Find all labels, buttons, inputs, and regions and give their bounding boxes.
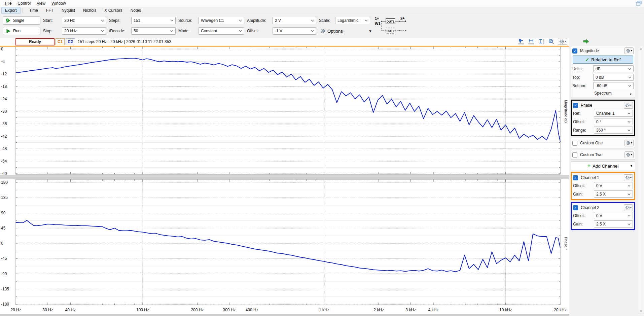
bottom-label: Bottom: — [572, 83, 593, 88]
range-select[interactable]: 360 ° — [594, 127, 633, 134]
panel-scrollbar[interactable]: ▲ ▼ — [638, 46, 644, 314]
units-label: Units: — [572, 67, 593, 71]
units-value: dB — [596, 67, 601, 71]
tab-export[interactable]: Export — [1, 7, 21, 14]
menu-view[interactable]: View — [34, 0, 48, 6]
channel2-badge[interactable]: C2 — [66, 38, 75, 45]
menu-window[interactable]: Window — [48, 0, 69, 6]
zoom-tool-icon[interactable] — [548, 38, 554, 44]
chevron-down-icon — [101, 30, 104, 32]
channel2-offset-select[interactable]: 0 V — [594, 212, 633, 219]
tab-notes[interactable]: Notes — [127, 7, 145, 14]
caret-down-icon: ▾ — [631, 164, 632, 168]
svg-text:-42: -42 — [1, 134, 7, 139]
tab-nyquist[interactable]: Nyquist — [58, 7, 79, 14]
channel2-settings-button[interactable]: ▾ — [624, 204, 633, 211]
amplitude-select[interactable]: 2 V — [273, 17, 316, 24]
svg-text:200 Hz: 200 Hz — [191, 308, 204, 312]
tab-fft[interactable]: FFT — [42, 7, 57, 14]
units-select[interactable]: dB — [593, 65, 634, 72]
frequency-axis: 20 Hz30 Hz40 Hz100 Hz200 Hz300 Hz400 Hz1… — [0, 306, 569, 314]
menu-control[interactable]: Control — [14, 0, 34, 6]
custom-two-settings-button[interactable]: ▾ — [624, 151, 634, 158]
bottom-select[interactable]: -60 dB — [593, 82, 634, 89]
plot-settings-button[interactable]: ▾ — [558, 38, 567, 45]
top-select[interactable]: 0 dB — [593, 74, 634, 81]
phase-offset-select[interactable]: 0 ° — [594, 118, 633, 125]
y-cursors-tool-icon[interactable] — [538, 38, 545, 44]
add-channel-button[interactable]: + Add Channel ▾ — [571, 162, 635, 170]
stop-select[interactable]: 20 kHz — [62, 27, 106, 35]
plot-splitter[interactable] — [0, 175, 569, 179]
svg-text:4 kHz: 4 kHz — [428, 308, 439, 312]
single-button-label: Single — [13, 18, 24, 23]
options-button[interactable]: Options ▾ — [319, 27, 373, 35]
ref-select[interactable]: Channel 1 — [594, 110, 633, 117]
pointer-tool-icon[interactable] — [518, 38, 525, 44]
ref-value: Channel 1 — [596, 111, 615, 116]
magnitude-settings-button[interactable]: ▾ — [624, 47, 634, 54]
chevron-down-icon — [311, 20, 314, 22]
svg-text:30 Hz: 30 Hz — [42, 308, 53, 312]
x-cursors-tool-icon[interactable] — [528, 38, 535, 44]
gear-icon — [559, 39, 564, 44]
channel1-checkbox[interactable]: ✓ — [573, 175, 578, 180]
channel2-checkbox[interactable]: ✓ — [573, 205, 578, 210]
offset-select[interactable]: -1 V — [273, 27, 316, 35]
channel1-gain-value: 2.5 X — [596, 192, 606, 197]
channel2-title: Channel 2 — [581, 205, 624, 210]
single-button[interactable]: 1 Single — [3, 16, 40, 25]
spectrum-selector[interactable]: Spectrum ▾ — [572, 90, 634, 97]
gear-icon — [626, 48, 631, 53]
export-arrow-icon[interactable] — [583, 39, 589, 45]
restore-window-icon[interactable] — [636, 1, 642, 7]
custom-two-checkbox[interactable] — [572, 152, 577, 157]
chevron-down-icon — [628, 112, 631, 114]
svg-text:-30: -30 — [1, 109, 7, 114]
phase-checkbox[interactable]: ✓ — [573, 103, 578, 108]
run-play-icon — [6, 29, 11, 34]
tab-nichols[interactable]: Nichols — [79, 7, 100, 14]
gear-icon — [625, 205, 630, 210]
svg-text:2+: 2+ — [400, 16, 405, 20]
start-value: 20 Hz — [64, 18, 75, 23]
relative-to-ref-button[interactable]: ✓ Relative to Ref — [573, 56, 633, 64]
amplitude-label: Amplitude: — [247, 18, 270, 23]
per-decade-select[interactable]: 50 — [131, 27, 176, 35]
channel2-gain-select[interactable]: 2.5 X — [594, 220, 633, 227]
svg-text:10 kHz: 10 kHz — [499, 308, 512, 312]
dut-wiring-diagram: 1+ W1 DUT1 2+ DUT2 — [374, 15, 406, 36]
chevron-down-icon — [628, 185, 631, 187]
range-label: Range: — [573, 128, 594, 133]
tab-x-cursors[interactable]: X Cursors — [101, 7, 126, 14]
steps-value: 151 — [134, 18, 140, 23]
chevron-down-icon — [628, 121, 631, 123]
chevron-down-icon — [628, 85, 631, 87]
channel1-settings-button[interactable]: ▾ — [624, 174, 633, 181]
start-select[interactable]: 20 Hz — [62, 17, 106, 24]
custom-one-checkbox[interactable] — [572, 141, 577, 146]
channel1-offset-select[interactable]: 0 V — [594, 182, 633, 189]
run-button[interactable]: Run — [3, 27, 40, 35]
scroll-up-icon[interactable]: ▲ — [640, 46, 643, 51]
chevron-down-icon — [239, 30, 242, 32]
chevron-down-icon — [170, 20, 173, 22]
svg-text:DUT2: DUT2 — [387, 29, 395, 33]
svg-text:0: 0 — [1, 241, 3, 246]
steps-select[interactable]: 151 — [131, 17, 176, 24]
tab-time[interactable]: Time — [26, 7, 42, 14]
mode-select[interactable]: Constant — [199, 27, 244, 35]
channel1-badge[interactable]: C1 — [56, 38, 65, 45]
per-decade-label: /Decade: — [109, 29, 129, 33]
scroll-down-icon[interactable]: ▼ — [640, 309, 643, 314]
source-select[interactable]: Wavegen C1 — [199, 17, 244, 24]
magnitude-plot[interactable]: 0-6-12-18-24-30-36-42-48-54-60Magnitude … — [0, 46, 569, 175]
scale-select[interactable]: Logarithmic — [335, 17, 370, 24]
custom-one-settings-button[interactable]: ▾ — [624, 140, 634, 146]
magnitude-checkbox[interactable]: ✓ — [572, 48, 577, 54]
menu-file[interactable]: File — [2, 0, 14, 6]
range-value: 360 ° — [596, 128, 606, 133]
phase-plot[interactable]: 18013590450-45-90-135-180Phase ° — [0, 179, 569, 306]
channel1-gain-select[interactable]: 2.5 X — [594, 190, 633, 198]
phase-settings-button[interactable]: ▾ — [624, 102, 633, 109]
